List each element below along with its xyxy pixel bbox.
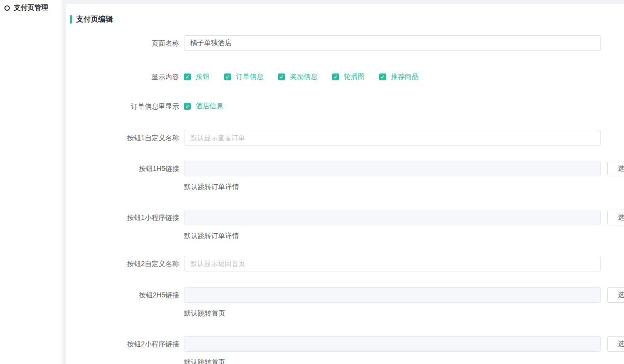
sidebar-item-payment-page-management[interactable]: 支付页管理 (0, 0, 62, 16)
page-name-label: 页面名称 (66, 35, 179, 51)
checkbox-option-label: 按钮 (191, 73, 209, 81)
button2-custom-name-control (184, 256, 601, 271)
display-content-checkbox-option[interactable]: ✓推荐商品 (379, 73, 418, 81)
order-info-display-control: ✓酒店信息 (184, 101, 238, 111)
payment-page-editor-card: 支付页编辑 页面名称显示内容✓按钮✓订单信息✓奖励信息✓轮播图✓推荐商品订单信息… (66, 4, 624, 364)
button2-miniprogram-link-hint: 默认跳转首页 (184, 358, 624, 364)
button1-h5-link-hint: 默认跳转订单详情 (184, 182, 624, 191)
button1-custom-name-input[interactable] (184, 130, 601, 146)
button1-custom-name-row: 按钮1自定义名称 (66, 130, 624, 146)
button2-miniprogram-link-select-button[interactable]: 选 (607, 336, 624, 352)
button2-custom-name-input[interactable] (184, 256, 601, 271)
page-name-control (184, 35, 601, 51)
button1-miniprogram-link-select-button[interactable]: 选 (607, 210, 624, 225)
checkbox-option-label: 订单信息 (231, 73, 263, 81)
button1-miniprogram-link-input (184, 210, 601, 225)
button2-h5-link-line: 选 (184, 287, 624, 303)
button2-miniprogram-link-control: 选默认跳转首页 (184, 336, 624, 364)
display-content-control: ✓按钮✓订单信息✓奖励信息✓轮播图✓推荐商品 (184, 72, 433, 82)
button2-miniprogram-link-row: 按钮2小程序链接选默认跳转首页 (66, 336, 624, 364)
checkbox-option-label: 推荐商品 (386, 73, 418, 81)
checkbox-option-label: 酒店信息 (191, 102, 223, 111)
button2-miniprogram-link-line: 选 (184, 336, 624, 352)
circle-icon (4, 5, 10, 11)
order-info-display-checkbox-group: ✓酒店信息 (184, 101, 238, 111)
checkbox-checked-icon: ✓ (184, 103, 191, 110)
payment-page-form: 页面名称显示内容✓按钮✓订单信息✓奖励信息✓轮播图✓推荐商品订单信息里显示✓酒店… (66, 35, 624, 364)
button1-miniprogram-link-row: 按钮1小程序链接选默认跳转订单详情 (66, 210, 624, 240)
button2-h5-link-select-button[interactable]: 选 (607, 287, 624, 303)
button1-custom-name-label: 按钮1自定义名称 (66, 130, 179, 146)
display-content-checkbox-option[interactable]: ✓按钮 (184, 73, 209, 81)
page-name-input[interactable] (184, 35, 601, 51)
order-info-display-checkbox-option[interactable]: ✓酒店信息 (184, 102, 223, 111)
page-name-row: 页面名称 (66, 35, 624, 51)
sidebar: 支付页管理 (0, 0, 62, 364)
button1-miniprogram-link-hint: 默认跳转订单详情 (184, 231, 624, 240)
button2-h5-link-row: 按钮2H5链接选默认跳转首页 (66, 287, 624, 317)
display-content-row: 显示内容✓按钮✓订单信息✓奖励信息✓轮播图✓推荐商品 (66, 72, 624, 82)
button1-miniprogram-link-control: 选默认跳转订单详情 (184, 210, 624, 240)
checkbox-checked-icon: ✓ (379, 73, 386, 80)
button2-custom-name-row: 按钮2自定义名称 (66, 256, 624, 271)
display-content-checkbox-option[interactable]: ✓订单信息 (224, 73, 263, 81)
button2-miniprogram-link-input (184, 336, 601, 352)
button1-h5-link-input (184, 161, 601, 176)
button2-h5-link-label: 按钮2H5链接 (66, 287, 179, 303)
checkbox-checked-icon: ✓ (332, 73, 339, 80)
title-accent-bar (70, 15, 72, 24)
section-title: 支付页编辑 (70, 14, 624, 24)
display-content-checkbox-option[interactable]: ✓奖励信息 (278, 73, 317, 81)
button1-h5-link-row: 按钮1H5链接选默认跳转订单详情 (66, 161, 624, 191)
checkbox-checked-icon: ✓ (278, 73, 285, 80)
button2-custom-name-label: 按钮2自定义名称 (66, 256, 179, 271)
sidebar-item-label: 支付页管理 (14, 3, 48, 12)
order-info-display-row: 订单信息里显示✓酒店信息 (66, 101, 624, 111)
checkbox-checked-icon: ✓ (224, 73, 231, 80)
button1-h5-link-control: 选默认跳转订单详情 (184, 161, 624, 191)
button2-h5-link-hint: 默认跳转首页 (184, 309, 624, 317)
button2-miniprogram-link-label: 按钮2小程序链接 (66, 336, 179, 352)
display-content-checkbox-group: ✓按钮✓订单信息✓奖励信息✓轮播图✓推荐商品 (184, 72, 433, 82)
button2-h5-link-input (184, 287, 601, 303)
button1-h5-link-select-button[interactable]: 选 (607, 161, 624, 176)
button1-h5-link-label: 按钮1H5链接 (66, 161, 179, 176)
button1-h5-link-line: 选 (184, 161, 624, 176)
button2-h5-link-control: 选默认跳转首页 (184, 287, 624, 317)
checkbox-option-label: 轮播图 (339, 73, 364, 81)
checkbox-checked-icon: ✓ (184, 73, 191, 80)
order-info-display-label: 订单信息里显示 (66, 101, 179, 111)
checkbox-option-label: 奖励信息 (285, 73, 317, 81)
button1-custom-name-control (184, 130, 601, 146)
button1-miniprogram-link-label: 按钮1小程序链接 (66, 210, 179, 225)
button1-miniprogram-link-line: 选 (184, 210, 624, 225)
section-title-text: 支付页编辑 (76, 15, 113, 24)
display-content-label: 显示内容 (66, 72, 179, 82)
display-content-checkbox-option[interactable]: ✓轮播图 (332, 73, 364, 81)
